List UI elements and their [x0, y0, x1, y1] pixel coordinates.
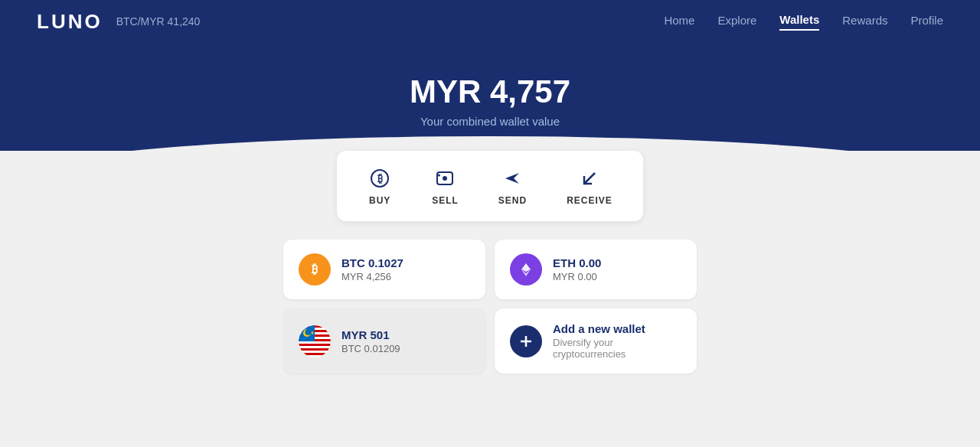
- add-wallet-icon: [510, 325, 542, 357]
- add-wallet-sub: Diversify your cryptocurrencies: [553, 337, 681, 360]
- svg-point-3: [443, 176, 447, 181]
- svg-line-6: [584, 173, 595, 184]
- add-wallet-info: Add a new wallet Diversify your cryptocu…: [553, 322, 681, 360]
- receive-icon: [577, 166, 602, 191]
- receive-label: RECEIVE: [567, 195, 612, 206]
- combined-value-label: Your combined wallet value: [0, 115, 980, 128]
- svg-rect-23: [299, 353, 331, 355]
- myr-wallet-sub: BTC 0.01209: [341, 343, 400, 354]
- svg-rect-19: [299, 344, 331, 346]
- svg-rect-22: [299, 351, 331, 353]
- myr-wallet-info: MYR 501 BTC 0.01209: [341, 328, 400, 354]
- add-wallet-label: Add a new wallet: [553, 322, 681, 335]
- eth-wallet-sub: MYR 0.00: [553, 271, 601, 282]
- receive-button[interactable]: RECEIVE: [554, 160, 625, 212]
- svg-point-27: [305, 329, 312, 335]
- eth-icon: [510, 253, 542, 285]
- header-left: LUNO BTC/MYR 41,240: [37, 10, 200, 34]
- buy-icon: ₿: [368, 166, 392, 191]
- main-nav: Home Explore Wallets Rewards Profile: [664, 13, 943, 31]
- svg-rect-20: [299, 346, 331, 348]
- buy-button[interactable]: ₿ BUY: [355, 160, 404, 212]
- action-bar: ₿ BUY SELL SEND: [337, 151, 643, 221]
- svg-rect-18: [299, 341, 331, 344]
- btc-wallet-name: BTC 0.1027: [341, 256, 403, 269]
- nav-profile[interactable]: Profile: [910, 14, 943, 30]
- eth-wallet-info: ETH 0.00 MYR 0.00: [553, 256, 601, 282]
- btc-wallet-info: BTC 0.1027 MYR 4,256: [341, 256, 403, 282]
- svg-marker-8: [521, 263, 531, 272]
- btc-icon: ₿: [299, 253, 331, 285]
- myr-wallet-name: MYR 501: [341, 328, 400, 341]
- wallet-grid: ₿ BTC 0.1027 MYR 4,256 ETH 0.00 MYR 0.00: [283, 240, 697, 374]
- svg-rect-21: [299, 348, 331, 351]
- main-content: ₿ BUY SELL SEND: [0, 151, 980, 374]
- send-button[interactable]: SEND: [486, 160, 539, 212]
- btc-wallet-card[interactable]: ₿ BTC 0.1027 MYR 4,256: [283, 240, 485, 299]
- svg-rect-24: [299, 355, 331, 357]
- nav-wallets[interactable]: Wallets: [779, 13, 819, 31]
- eth-wallet-name: ETH 0.00: [553, 256, 601, 269]
- nav-explore[interactable]: Explore: [717, 14, 756, 30]
- sell-button[interactable]: SELL: [420, 160, 471, 212]
- header: LUNO BTC/MYR 41,240 Home Explore Wallets…: [0, 0, 980, 43]
- myr-wallet-card[interactable]: MYR 501 BTC 0.01209: [283, 308, 485, 374]
- svg-text:₿: ₿: [312, 263, 318, 276]
- svg-text:₿: ₿: [377, 172, 383, 184]
- btc-wallet-sub: MYR 4,256: [341, 271, 403, 282]
- send-label: SEND: [498, 195, 527, 206]
- add-wallet-card[interactable]: Add a new wallet Diversify your cryptocu…: [495, 308, 697, 374]
- svg-point-4: [438, 175, 440, 177]
- nav-rewards[interactable]: Rewards: [842, 14, 887, 30]
- nav-home[interactable]: Home: [664, 14, 694, 30]
- send-icon: [500, 166, 524, 191]
- svg-marker-5: [505, 173, 519, 184]
- logo: LUNO: [37, 10, 103, 34]
- eth-wallet-card[interactable]: ETH 0.00 MYR 0.00: [495, 240, 697, 299]
- combined-value: MYR 4,757: [0, 73, 980, 110]
- sell-icon: [433, 166, 457, 191]
- sell-label: SELL: [432, 195, 459, 206]
- myr-flag-icon: [299, 325, 331, 357]
- btc-price-ticker: BTC/MYR 41,240: [116, 15, 201, 28]
- buy-label: BUY: [369, 195, 390, 206]
